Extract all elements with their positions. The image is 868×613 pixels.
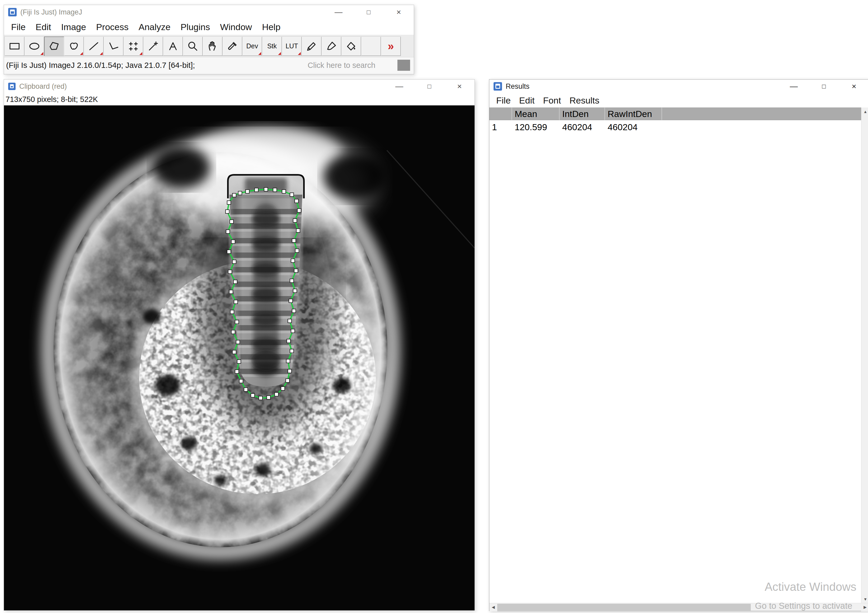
tool-more[interactable]: » (381, 36, 401, 56)
tool-dev[interactable]: Dev (242, 36, 262, 56)
menu-plugins[interactable]: Plugins (176, 22, 215, 32)
selection-handle[interactable] (227, 201, 231, 205)
horizontal-scrollbar-thumb[interactable] (497, 604, 751, 611)
tool-line[interactable] (84, 36, 104, 56)
selection-handle[interactable] (251, 394, 254, 397)
selection-handle[interactable] (234, 300, 238, 304)
selection-handle[interactable] (254, 188, 258, 192)
selection-handle[interactable] (274, 393, 278, 396)
selection-handle[interactable] (228, 270, 232, 274)
selection-handle[interactable] (293, 289, 297, 293)
tool-lut[interactable]: LUT (282, 36, 302, 56)
tool-brush[interactable] (321, 36, 341, 56)
selection-handle[interactable] (290, 279, 294, 282)
main-title-bar[interactable]: (Fiji Is Just) ImageJ — □ × (4, 5, 414, 19)
tool-oval[interactable] (24, 36, 44, 56)
tool-point[interactable] (123, 36, 143, 56)
close-button[interactable]: × (445, 79, 474, 93)
menu-font[interactable]: Font (539, 95, 565, 106)
selection-handle[interactable] (236, 340, 240, 344)
tool-rectangle[interactable] (5, 36, 25, 56)
selection-handle[interactable] (290, 193, 294, 197)
tool-hand[interactable] (203, 36, 223, 56)
xray-image[interactable] (4, 106, 474, 610)
selection-handle[interactable] (237, 360, 241, 363)
selection-handle[interactable] (296, 229, 300, 233)
tool-angle[interactable] (104, 36, 124, 56)
selection-handle[interactable] (290, 349, 294, 353)
maximize-button[interactable]: □ (414, 79, 445, 93)
menu-edit[interactable]: Edit (31, 22, 56, 32)
minimize-button[interactable]: — (779, 79, 809, 93)
selection-handle[interactable] (233, 280, 237, 284)
selection-handle[interactable] (264, 188, 268, 191)
column-header-rowid[interactable] (489, 107, 512, 120)
tool-spare[interactable] (361, 36, 381, 56)
selection-handle[interactable] (235, 370, 239, 374)
selection-handle[interactable] (230, 220, 233, 223)
tool-zoom[interactable] (183, 36, 203, 56)
selection-handle[interactable] (227, 250, 231, 253)
selection-handle[interactable] (235, 320, 239, 324)
search-hint[interactable]: Click here to search (308, 61, 375, 70)
minimize-button[interactable]: — (384, 79, 414, 93)
selection-handle[interactable] (230, 310, 234, 314)
table-row[interactable]: 1 120.599 460204 460204 (489, 120, 861, 134)
selection-handle[interactable] (298, 209, 301, 213)
menu-file[interactable]: File (492, 95, 515, 106)
menu-results[interactable]: Results (565, 95, 603, 106)
menu-image[interactable]: Image (56, 22, 91, 32)
selection-handle[interactable] (246, 189, 249, 193)
minimize-button[interactable]: — (324, 5, 353, 19)
results-title-bar[interactable]: Results — □ × (489, 79, 868, 93)
selection-handle[interactable] (282, 189, 286, 193)
menu-help[interactable]: Help (257, 22, 285, 32)
tool-text[interactable] (163, 36, 183, 56)
selection-handle[interactable] (286, 379, 290, 382)
tool-polygon[interactable] (44, 36, 64, 56)
selection-handle[interactable] (226, 230, 230, 233)
scroll-left-icon[interactable]: ◀ (489, 603, 497, 611)
tool-stk[interactable]: Stk (262, 36, 282, 56)
selection-handle[interactable] (231, 330, 235, 334)
selection-handle[interactable] (295, 249, 299, 253)
selection-handle[interactable] (291, 329, 295, 333)
menu-process[interactable]: Process (91, 22, 133, 32)
menu-window[interactable]: Window (215, 22, 257, 32)
menu-analyze[interactable]: Analyze (133, 22, 176, 32)
selection-handle[interactable] (294, 269, 298, 273)
selection-handle[interactable] (239, 379, 243, 383)
selection-handle[interactable] (292, 239, 296, 242)
tool-pencil[interactable] (302, 36, 322, 56)
selection-handle[interactable] (259, 396, 262, 400)
column-header-rawintden[interactable]: RawIntDen (605, 107, 662, 120)
selection-handle[interactable] (232, 260, 236, 264)
selection-handle[interactable] (244, 388, 248, 391)
image-canvas[interactable] (4, 106, 474, 610)
selection-handle[interactable] (231, 240, 235, 244)
scroll-right-icon[interactable]: ▶ (861, 603, 868, 611)
selection-handle[interactable] (288, 369, 291, 373)
selection-handle[interactable] (293, 219, 297, 222)
scroll-up-icon[interactable]: ▲ (862, 107, 868, 115)
clipboard-title-bar[interactable]: Clipboard (red) — □ × (4, 79, 474, 93)
selection-handle[interactable] (226, 210, 229, 213)
menu-file[interactable]: File (6, 22, 31, 32)
column-header-mean[interactable]: Mean (512, 107, 560, 120)
menu-edit[interactable]: Edit (515, 95, 539, 106)
selection-handle[interactable] (292, 309, 296, 313)
close-button[interactable]: × (384, 5, 414, 19)
selection-handle[interactable] (232, 350, 236, 354)
tool-freehand[interactable] (64, 36, 84, 56)
tool-dropper[interactable] (222, 36, 242, 56)
selection-handle[interactable] (267, 396, 270, 399)
vertical-scrollbar[interactable]: ▲ ▼ (861, 107, 868, 603)
selection-handle[interactable] (229, 290, 233, 294)
selection-handle[interactable] (281, 386, 285, 390)
selection-handle[interactable] (286, 359, 290, 363)
selection-handle[interactable] (287, 339, 290, 343)
maximize-button[interactable]: □ (353, 5, 384, 19)
selection-handle[interactable] (295, 199, 298, 203)
selection-handle[interactable] (273, 188, 277, 192)
close-button[interactable]: × (839, 79, 868, 93)
